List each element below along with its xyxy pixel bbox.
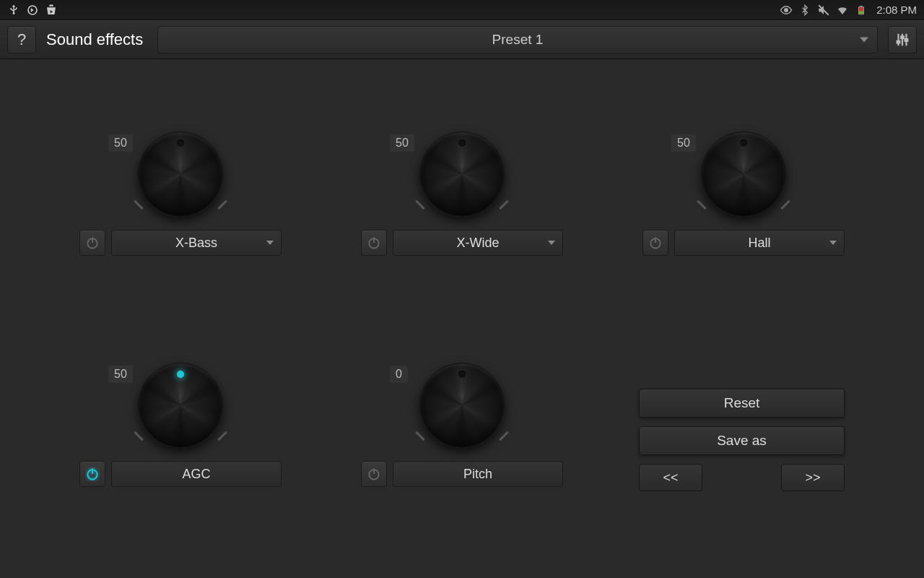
agc-label: AGC xyxy=(111,461,282,487)
effect-xbass: 50 X-Bass xyxy=(72,131,289,256)
effect-hall: 50 Hall xyxy=(635,131,852,256)
actions: Reset Save as << >> xyxy=(639,389,845,491)
equalizer-button[interactable] xyxy=(888,26,917,53)
hall-value: 50 xyxy=(671,134,696,152)
svg-rect-6 xyxy=(859,7,863,10)
chevron-down-icon xyxy=(829,241,837,245)
xwide-value: 50 xyxy=(390,134,414,152)
agc-power-button[interactable] xyxy=(79,461,105,487)
svg-rect-4 xyxy=(860,6,863,7)
agc-knob[interactable] xyxy=(138,363,223,448)
xbass-value: 50 xyxy=(108,134,133,152)
prev-button[interactable]: << xyxy=(639,464,702,491)
status-bar: 2:08 PM xyxy=(0,0,924,20)
pitch-power-button[interactable] xyxy=(361,461,387,487)
chevron-down-icon xyxy=(266,241,274,245)
preset-label: Preset 1 xyxy=(492,32,544,48)
svg-rect-12 xyxy=(905,39,908,41)
svg-rect-10 xyxy=(897,41,900,43)
pitch-value: 0 xyxy=(390,366,408,383)
chevron-down-icon xyxy=(860,38,868,43)
page-title: Sound effects xyxy=(46,30,147,49)
bluetooth-icon xyxy=(798,4,811,17)
preset-dropdown[interactable]: Preset 1 xyxy=(157,26,878,53)
xwide-select[interactable]: X-Wide xyxy=(393,230,563,256)
svg-rect-11 xyxy=(901,36,904,38)
mute-icon xyxy=(817,4,830,17)
header: ? Sound effects Preset 1 xyxy=(0,20,924,59)
pitch-label: Pitch xyxy=(393,461,563,487)
next-button[interactable]: >> xyxy=(781,464,845,491)
pitch-knob[interactable] xyxy=(419,363,505,448)
play-store-icon xyxy=(45,4,58,17)
xbass-power-button[interactable] xyxy=(79,230,105,256)
svg-rect-5 xyxy=(859,11,863,14)
hall-power-button[interactable] xyxy=(642,230,668,256)
agc-value: 50 xyxy=(108,366,133,383)
hall-knob[interactable] xyxy=(701,131,786,217)
svg-point-1 xyxy=(785,8,788,12)
effect-xwide: 50 X-Wide xyxy=(354,131,570,256)
xwide-knob[interactable] xyxy=(419,131,505,217)
hall-select[interactable]: Hall xyxy=(674,230,845,256)
eye-icon xyxy=(780,4,793,17)
reset-button[interactable]: Reset xyxy=(639,389,845,418)
wifi-icon xyxy=(836,4,849,17)
save-as-button[interactable]: Save as xyxy=(639,426,845,455)
effect-pitch: 0 Pitch xyxy=(354,363,570,487)
effect-agc: 50 AGC xyxy=(72,363,289,487)
chevron-down-icon xyxy=(548,241,555,245)
help-button[interactable]: ? xyxy=(7,26,36,53)
usb-icon xyxy=(7,4,20,17)
main: 50 X-Bass 50 X-Wide xyxy=(0,59,924,578)
sync-icon xyxy=(26,4,39,17)
status-time: 2:08 PM xyxy=(876,4,917,16)
battery-icon xyxy=(855,4,868,17)
xbass-knob[interactable] xyxy=(138,131,223,217)
xwide-power-button[interactable] xyxy=(361,230,387,256)
xbass-select[interactable]: X-Bass xyxy=(111,230,282,256)
